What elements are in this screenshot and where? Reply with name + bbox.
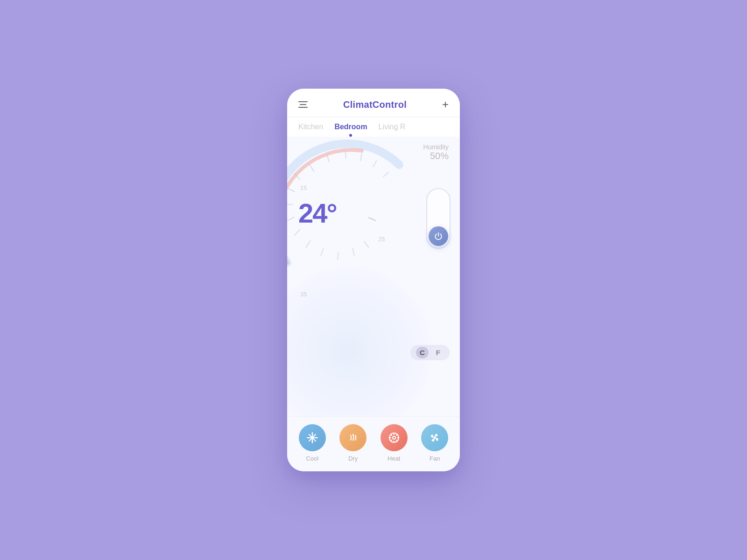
celsius-button[interactable]: C [416, 347, 429, 358]
mode-cool[interactable]: Cool [299, 424, 326, 462]
dry-icon [339, 424, 366, 451]
svg-line-5 [306, 240, 310, 248]
cool-icon [299, 424, 326, 451]
tab-bar: Kitchen Bedroom Living R [287, 117, 460, 137]
app-title: ClimatControl [343, 99, 407, 110]
mode-heat[interactable]: Heat [381, 424, 408, 462]
svg-line-31 [391, 440, 392, 441]
settings-icon[interactable] [298, 101, 308, 108]
heat-label: Heat [388, 455, 400, 462]
svg-line-30 [396, 434, 397, 435]
svg-line-3 [287, 217, 295, 221]
cool-label: Cool [306, 455, 318, 462]
tick-label-25: 25 [378, 236, 385, 243]
svg-point-23 [393, 436, 395, 439]
svg-line-8 [352, 248, 354, 256]
tick-label-35: 35 [300, 291, 307, 298]
heat-icon [381, 424, 408, 451]
fahrenheit-button[interactable]: F [432, 347, 444, 358]
header: ClimatControl + [287, 89, 460, 117]
svg-line-14 [360, 153, 362, 161]
tick-label-15: 15 [300, 184, 307, 191]
fan-icon [421, 424, 448, 451]
svg-line-9 [364, 241, 369, 248]
fan-label: Fan [430, 455, 440, 462]
power-button[interactable] [429, 226, 448, 246]
temperature-display: 24° [298, 197, 337, 229]
mode-dry[interactable]: Dry [339, 424, 366, 462]
svg-line-15 [373, 160, 377, 167]
main-panel: Humidity 50% [287, 137, 460, 416]
svg-line-29 [396, 440, 397, 441]
dry-label: Dry [348, 455, 358, 462]
tab-living[interactable]: Living R [379, 123, 406, 133]
svg-line-10 [368, 217, 376, 221]
svg-point-20 [307, 437, 309, 438]
humidity-block: Humidity 50% [423, 143, 449, 161]
unit-toggle: C F [410, 345, 450, 360]
svg-line-7 [338, 252, 338, 260]
svg-point-19 [311, 441, 313, 442]
power-track [426, 188, 451, 249]
tab-bedroom[interactable]: Bedroom [334, 123, 367, 133]
power-panel [426, 188, 451, 249]
mode-bar: Cool Dry [287, 416, 460, 471]
svg-point-17 [311, 437, 313, 439]
mode-fan[interactable]: Fan [421, 424, 448, 462]
svg-line-28 [391, 434, 392, 435]
svg-line-16 [383, 172, 389, 177]
tab-kitchen[interactable]: Kitchen [298, 123, 323, 133]
svg-point-18 [311, 433, 313, 434]
humidity-value: 50% [423, 151, 449, 161]
svg-line-1 [287, 188, 295, 192]
humidity-label: Humidity [423, 143, 449, 151]
svg-line-11 [310, 165, 314, 172]
svg-line-6 [321, 248, 324, 256]
svg-point-21 [316, 437, 317, 438]
add-button[interactable]: + [442, 99, 449, 110]
svg-line-13 [345, 151, 346, 159]
bg-decoration [287, 267, 432, 416]
svg-line-4 [294, 229, 300, 236]
phone-app: ClimatControl + Kitchen Bedroom Living R… [287, 89, 460, 471]
svg-point-32 [434, 437, 436, 439]
